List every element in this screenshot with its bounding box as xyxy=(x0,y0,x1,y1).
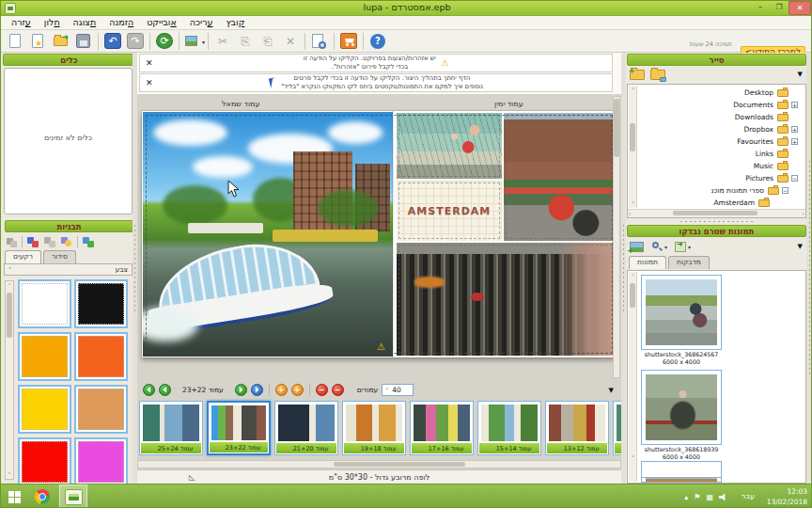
add-folder-icon[interactable]: + xyxy=(630,70,645,80)
tree-item[interactable]: + Documents xyxy=(639,99,804,111)
menu-item[interactable]: קובץ xyxy=(219,16,251,29)
warnings-notification[interactable]: ⚠ יש אזהרות/הצעות בפרויקט. הקליקו על הוד… xyxy=(139,54,613,72)
tree-item[interactable]: Links xyxy=(639,148,804,160)
add-image-icon[interactable] xyxy=(630,242,644,252)
chevron-down-icon[interactable]: ▾ xyxy=(688,244,691,250)
background-swatch[interactable] xyxy=(74,279,128,328)
expand-toggle[interactable]: + xyxy=(791,102,798,108)
paste-button[interactable]: ⎗ xyxy=(258,32,278,51)
tools-panel-header[interactable]: כלים xyxy=(3,54,135,66)
photo-thumb[interactable] xyxy=(641,461,722,478)
close-button[interactable]: ✕ xyxy=(789,1,811,15)
expand-toggle[interactable]: + xyxy=(791,126,798,133)
language-indicator[interactable]: עבר xyxy=(742,492,755,500)
redo-button[interactable]: ↷ xyxy=(125,32,146,51)
houses-bike-photo[interactable] xyxy=(504,113,615,241)
menu-item[interactable]: תצוגה xyxy=(67,16,103,29)
chevron-down-icon[interactable]: ▼ xyxy=(798,71,803,78)
insert-image-button[interactable]: ▾ xyxy=(183,32,204,51)
filmstrip-thumb[interactable]: עמוד 19+18 ⚠ xyxy=(342,401,406,455)
filmstrip-thumb[interactable]: עמוד 17+16 ⚠ xyxy=(410,401,474,455)
background-swatch[interactable] xyxy=(18,332,71,381)
add-page-before-button[interactable]: + xyxy=(275,384,288,396)
template-colors-icon[interactable] xyxy=(82,236,95,247)
photos-scrollbar[interactable]: ˄ ˅ xyxy=(629,272,637,482)
canal-boat-photo[interactable] xyxy=(143,112,393,357)
canvas-vertical-scrollbar[interactable] xyxy=(613,96,620,378)
new-project-button[interactable] xyxy=(6,32,26,51)
minimize-button[interactable]: – xyxy=(751,1,770,15)
expand-toggle[interactable]: − xyxy=(782,187,789,194)
order-cart-button[interactable] xyxy=(338,32,359,51)
open-button[interactable] xyxy=(51,32,71,51)
background-swatch[interactable] xyxy=(18,279,71,328)
photos-panel-header[interactable]: תמונות שטרם נבדקו xyxy=(627,225,806,237)
cut-button[interactable]: ✂ xyxy=(212,32,233,51)
background-swatch[interactable] xyxy=(74,385,128,434)
background-swatch[interactable] xyxy=(18,437,71,484)
remove-page-button[interactable]: − xyxy=(316,384,328,396)
template-gray-icon[interactable] xyxy=(43,236,56,247)
add-page-after-button[interactable]: + xyxy=(291,384,304,396)
templates-panel-header[interactable]: תבניות xyxy=(5,220,133,232)
tree-vertical-scrollbar[interactable]: ˄ ˅ xyxy=(629,86,637,208)
tree-item[interactable]: + Favourites xyxy=(639,135,804,148)
clock[interactable]: 12:0313/02/2018 xyxy=(767,487,807,507)
filmstrip-thumb[interactable]: עמוד 15+14 ⚠ xyxy=(477,401,541,455)
tree-item[interactable]: Amsterdam xyxy=(639,197,804,209)
background-swatch[interactable] xyxy=(74,437,128,484)
panel-splitter[interactable] xyxy=(627,220,806,224)
first-spread-button[interactable]: ⏴ xyxy=(143,384,155,396)
tab[interactable]: תמונות xyxy=(629,256,666,269)
tree-item[interactable]: Desktop xyxy=(639,87,804,99)
folder-camera-icon[interactable] xyxy=(650,70,665,80)
tab[interactable]: רקעים xyxy=(5,250,41,263)
collapse-filmstrip-icon[interactable]: ▼ xyxy=(609,387,614,394)
export-icon[interactable] xyxy=(675,242,686,252)
menu-item[interactable]: עזרה xyxy=(5,16,38,29)
expand-toggle[interactable]: − xyxy=(791,175,798,182)
filmstrip-thumb[interactable]: עמוד 13+12 ⚠ xyxy=(545,401,609,455)
menu-item[interactable]: אובייקט xyxy=(140,16,183,29)
help-button[interactable]: ? xyxy=(367,32,388,51)
explorer-header[interactable]: סייר xyxy=(627,54,806,66)
panel-edge-splitter[interactable] xyxy=(806,53,812,484)
close-icon[interactable]: ✕ xyxy=(146,78,153,87)
family-bikes-photo[interactable] xyxy=(397,113,502,179)
filmstrip-thumb[interactable]: עמוד 25+24 ⚠ xyxy=(139,401,203,455)
menu-item[interactable]: חלון xyxy=(38,16,67,29)
sync-button[interactable]: ⟳ xyxy=(154,32,175,51)
tab[interactable]: סידור xyxy=(43,250,76,263)
close-icon[interactable]: ✕ xyxy=(146,58,153,68)
menu-item[interactable]: הזמנה xyxy=(102,16,140,29)
tree-item[interactable]: + Dropbox xyxy=(639,123,804,135)
active-app-button[interactable] xyxy=(59,484,87,508)
last-spread-button[interactable]: ⏵ xyxy=(251,384,263,396)
tree-horizontal-scrollbar[interactable]: ‹ › xyxy=(628,209,805,217)
new-from-template-button[interactable] xyxy=(28,32,49,51)
color-filter-dropdown[interactable]: ˅ צבע xyxy=(4,263,133,276)
next-spread-button[interactable]: ⏵ xyxy=(235,384,247,396)
previous-spread-button[interactable]: ⏴ xyxy=(159,384,171,396)
magnifier-icon[interactable] xyxy=(652,242,663,252)
tab[interactable]: מדבקות xyxy=(668,256,710,269)
template-hand-icon[interactable] xyxy=(60,236,73,247)
menu-item[interactable]: עריכה xyxy=(183,16,220,29)
apply-template-icon[interactable] xyxy=(5,236,18,247)
undo-button[interactable]: ↶ xyxy=(102,32,123,51)
filmstrip-scrollbar[interactable] xyxy=(137,460,621,468)
bleed-notification[interactable]: הדף יחתך בתהליך היצור. הקליקו על הודעה ז… xyxy=(139,73,613,92)
tree-item[interactable]: − Pictures xyxy=(639,172,804,184)
right-page[interactable]: AMSTERDAM xyxy=(395,111,617,357)
tree-item[interactable]: Music xyxy=(639,160,804,172)
swatches-scrollbar[interactable]: ˄ ˅ xyxy=(5,280,14,480)
expand-toggle[interactable]: + xyxy=(791,138,798,145)
tree-item[interactable]: Downloads xyxy=(639,111,804,123)
speaker-icon[interactable] xyxy=(719,493,727,501)
photo-thumb[interactable]: shutterstock_3686245676000 x 4000 xyxy=(641,275,722,366)
pages-count-select[interactable]: ˅ 40 xyxy=(382,384,414,396)
preview-button[interactable] xyxy=(309,32,330,51)
chevron-down-icon[interactable]: ▼ xyxy=(798,243,803,250)
left-page[interactable]: ⚠ xyxy=(143,112,393,357)
flag-icon[interactable]: ⚑ xyxy=(694,493,700,501)
